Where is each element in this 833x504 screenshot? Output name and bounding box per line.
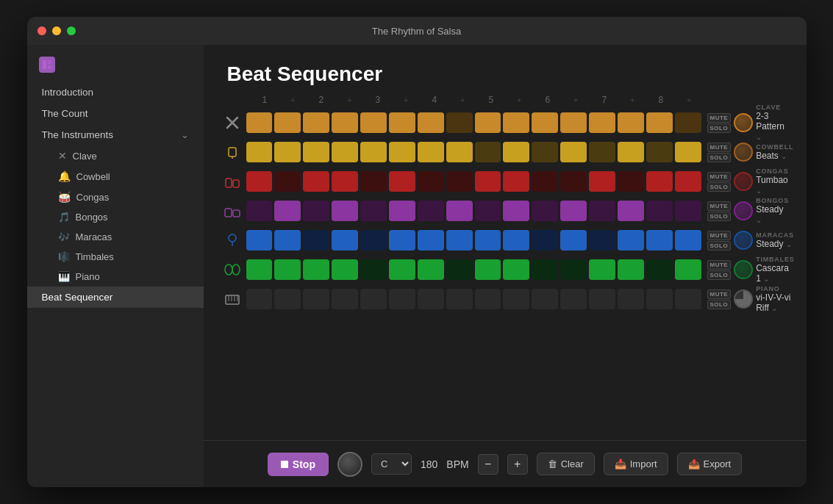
maracas-cell-7[interactable]	[446, 230, 473, 251]
congas-cell-15[interactable]	[675, 171, 701, 192]
clave-cell-13[interactable]	[618, 112, 644, 133]
stop-button[interactable]: Stop	[268, 453, 329, 476]
sidebar-item-beat-sequencer[interactable]: Beat Sequencer	[27, 287, 204, 308]
piano-volume-knob[interactable]	[734, 289, 753, 309]
timbales-cell-10[interactable]	[532, 259, 558, 280]
piano-mute-button[interactable]: MUTE	[707, 289, 732, 299]
cowbell-volume-knob[interactable]	[734, 143, 753, 162]
piano-cell-14[interactable]	[646, 289, 673, 309]
clave-cell-3[interactable]	[332, 112, 358, 133]
bongos-volume-knob[interactable]	[734, 201, 753, 220]
clave-cell-2[interactable]	[303, 112, 329, 133]
congas-mute-button[interactable]: MUTE	[707, 172, 732, 181]
maracas-cell-12[interactable]	[589, 230, 615, 251]
piano-cell-8[interactable]	[475, 289, 501, 309]
clave-cell-15[interactable]	[675, 112, 701, 133]
congas-cell-4[interactable]	[360, 171, 387, 192]
bongos-pattern-name[interactable]: Steady ⌄	[756, 204, 791, 225]
bongos-cell-2[interactable]	[303, 201, 329, 221]
cowbell-cell-11[interactable]	[560, 142, 587, 162]
clave-cell-7[interactable]	[446, 112, 473, 133]
clave-cell-0[interactable]	[246, 112, 273, 133]
timbales-cell-6[interactable]	[418, 259, 444, 280]
tempo-knob[interactable]	[337, 452, 362, 477]
bongos-cell-13[interactable]	[618, 201, 644, 221]
maracas-solo-button[interactable]: SOLO	[707, 241, 732, 251]
clave-cell-5[interactable]	[389, 112, 415, 133]
congas-solo-button[interactable]: SOLO	[707, 182, 732, 192]
cowbell-cell-5[interactable]	[389, 142, 415, 162]
timbales-cell-7[interactable]	[446, 259, 473, 280]
clave-cell-9[interactable]	[503, 112, 529, 133]
congas-cell-7[interactable]	[446, 171, 473, 192]
sidebar-item-timbales[interactable]: 🎼 Timbales	[27, 247, 204, 267]
sidebar-item-congas[interactable]: 🥁 Congas	[27, 187, 204, 207]
clave-cell-11[interactable]	[560, 112, 587, 133]
clave-cell-8[interactable]	[475, 112, 501, 133]
congas-cell-12[interactable]	[589, 171, 615, 192]
congas-cell-9[interactable]	[503, 171, 529, 192]
piano-cell-11[interactable]	[560, 289, 587, 309]
piano-cell-6[interactable]	[418, 289, 444, 309]
cowbell-cell-2[interactable]	[303, 142, 329, 162]
bpm-decrease-button[interactable]: −	[478, 454, 498, 475]
congas-cell-3[interactable]	[332, 171, 358, 192]
clave-cell-14[interactable]	[646, 112, 673, 133]
sidebar-item-cowbell[interactable]: 🔔 Cowbell	[27, 166, 204, 187]
bpm-increase-button[interactable]: +	[507, 454, 528, 475]
maracas-cell-13[interactable]	[618, 230, 644, 251]
timbales-cell-13[interactable]	[618, 259, 644, 280]
maracas-cell-10[interactable]	[532, 230, 558, 251]
cowbell-cell-6[interactable]	[418, 142, 444, 162]
piano-cell-3[interactable]	[332, 289, 358, 309]
sidebar-item-the-count[interactable]: The Count	[27, 103, 204, 124]
clave-pattern-name[interactable]: 2-3 Pattern ⌄	[756, 111, 791, 142]
piano-cell-0[interactable]	[246, 289, 273, 309]
timbales-cell-14[interactable]	[646, 259, 673, 280]
timbales-cell-5[interactable]	[389, 259, 415, 280]
piano-cell-10[interactable]	[532, 289, 558, 309]
maracas-cell-4[interactable]	[360, 230, 387, 251]
cowbell-cell-8[interactable]	[475, 142, 501, 162]
cowbell-cell-3[interactable]	[332, 142, 358, 162]
sidebar-item-piano[interactable]: 🎹 Piano	[27, 267, 204, 287]
bongos-cell-11[interactable]	[560, 201, 587, 221]
timbales-solo-button[interactable]: SOLO	[707, 270, 732, 280]
bongos-cell-7[interactable]	[446, 201, 473, 221]
piano-cell-7[interactable]	[446, 289, 473, 309]
bongos-mute-button[interactable]: MUTE	[707, 201, 732, 211]
congas-cell-2[interactable]	[303, 171, 329, 192]
cowbell-cell-1[interactable]	[274, 142, 301, 162]
timbales-cell-0[interactable]	[246, 259, 273, 280]
maximize-button[interactable]	[67, 26, 76, 35]
clave-solo-button[interactable]: SOLO	[707, 123, 732, 133]
maracas-cell-3[interactable]	[332, 230, 358, 251]
maracas-cell-15[interactable]	[675, 230, 701, 251]
cowbell-cell-0[interactable]	[246, 142, 273, 162]
import-button[interactable]: 📥 Import	[604, 453, 668, 475]
clear-button[interactable]: 🗑 Clear	[537, 453, 595, 475]
sidebar-item-maracas[interactable]: 🎶 Maracas	[27, 227, 204, 247]
piano-pattern-name[interactable]: vi-IV-V-vi Riff ⌄	[756, 292, 791, 313]
clave-cell-12[interactable]	[589, 112, 615, 133]
sidebar-item-introduction[interactable]: Introduction	[27, 82, 204, 103]
congas-pattern-name[interactable]: Tumbao ⌄	[756, 175, 791, 195]
maracas-cell-6[interactable]	[418, 230, 444, 251]
cowbell-cell-12[interactable]	[589, 142, 615, 162]
timbales-cell-2[interactable]	[303, 259, 329, 280]
congas-cell-1[interactable]	[274, 171, 301, 192]
timbales-cell-4[interactable]	[360, 259, 387, 280]
sidebar-item-bongos[interactable]: 🎵 Bongos	[27, 207, 204, 227]
congas-cell-13[interactable]	[618, 171, 644, 192]
piano-cell-9[interactable]	[503, 289, 529, 309]
timbales-cell-3[interactable]	[332, 259, 358, 280]
bongos-cell-0[interactable]	[246, 201, 273, 221]
timbales-cell-9[interactable]	[503, 259, 529, 280]
maracas-pattern-name[interactable]: Steady ⌄	[756, 239, 794, 249]
cowbell-cell-14[interactable]	[646, 142, 673, 162]
bongos-cell-9[interactable]	[503, 201, 529, 221]
clave-volume-knob[interactable]	[734, 113, 753, 132]
timbales-cell-8[interactable]	[475, 259, 501, 280]
cowbell-cell-9[interactable]	[503, 142, 529, 162]
congas-cell-14[interactable]	[646, 171, 673, 192]
